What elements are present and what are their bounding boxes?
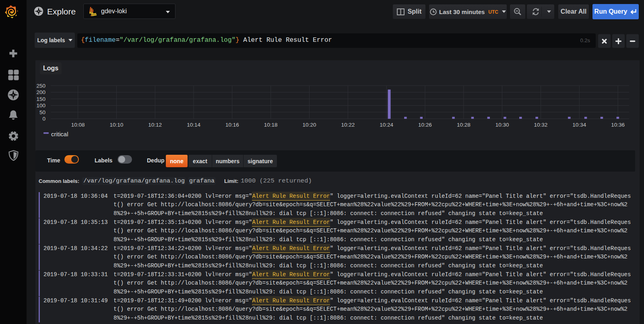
- svg-text:10:14: 10:14: [187, 122, 200, 128]
- svg-text:10:24: 10:24: [380, 122, 393, 128]
- svg-text:10:10: 10:10: [110, 122, 124, 128]
- svg-text:100: 100: [36, 103, 45, 109]
- svg-text:0: 0: [42, 116, 45, 122]
- svg-text:10:28: 10:28: [457, 122, 471, 128]
- svg-text:10:22: 10:22: [341, 122, 355, 128]
- svg-text:10:18: 10:18: [264, 122, 278, 128]
- svg-text:10:34: 10:34: [572, 122, 586, 128]
- svg-text:10:20: 10:20: [303, 122, 316, 128]
- svg-text:250: 250: [36, 83, 45, 89]
- svg-text:10:16: 10:16: [225, 122, 239, 128]
- svg-text:150: 150: [36, 96, 45, 102]
- svg-text:10:36: 10:36: [611, 122, 625, 128]
- svg-text:10:12: 10:12: [148, 122, 162, 128]
- svg-text:200: 200: [36, 89, 45, 95]
- svg-text:10:30: 10:30: [495, 122, 509, 128]
- svg-text:10:26: 10:26: [418, 122, 432, 128]
- svg-text:10:32: 10:32: [534, 122, 548, 128]
- svg-text:10:08: 10:08: [71, 122, 85, 128]
- svg-text:50: 50: [39, 109, 45, 115]
